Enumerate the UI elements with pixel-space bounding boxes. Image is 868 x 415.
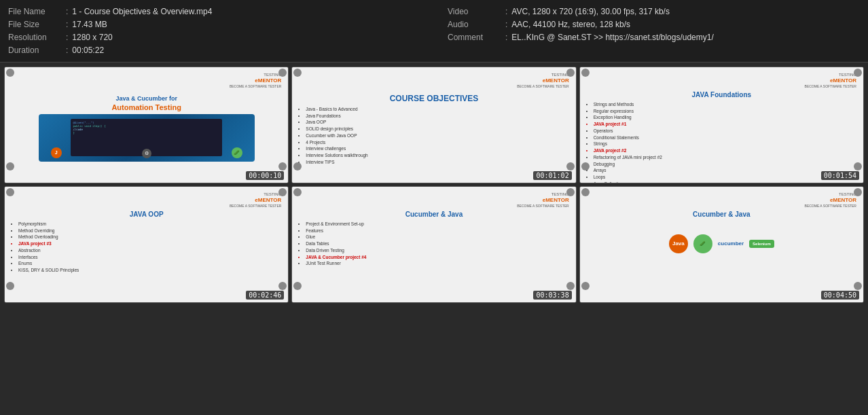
corner-decoration: [581, 188, 590, 196]
java-logo: Java: [669, 234, 688, 253]
thumbnail-4[interactable]: TESTING eMENTOR BECOME A SOFTWARE TESTER…: [4, 186, 289, 303]
slide-header: TESTING eMENTOR BECOME A SOFTWARE TESTER: [299, 192, 568, 208]
timestamp-1: 00:00:10: [246, 171, 284, 180]
thumbnails-row-1: TESTING eMENTOR BECOME A SOFTWARE TESTER…: [0, 65, 868, 185]
corner-decoration: [6, 188, 14, 196]
timestamp-6: 00:04:50: [821, 291, 859, 300]
thumbnail-6[interactable]: TESTING eMENTOR BECOME A SOFTWARE TESTER…: [579, 186, 864, 303]
corner-decoration: [581, 282, 590, 290]
cucumber-java-body: Project & Environment Set-up Features Gl…: [299, 221, 568, 267]
corner-decoration: [854, 69, 862, 77]
slide-header: TESTING eMENTOR BECOME A SOFTWARE TESTER: [12, 192, 281, 208]
selenium-logo: Selenium: [749, 240, 774, 248]
meta-duration: Duration : 00:05:22: [8, 44, 420, 56]
corner-decoration: [854, 188, 862, 196]
corner-decoration: [293, 162, 302, 170]
slide-header: TESTING eMENTOR BECOME A SOFTWARE TESTER: [299, 73, 568, 88]
slide-logo: TESTING eMENTOR BECOME A SOFTWARE TESTER: [805, 192, 856, 208]
corner-decoration: [6, 282, 14, 290]
slide-header: TESTING eMENTOR BECOME A SOFTWARE TESTER: [587, 192, 856, 208]
corner-decoration: [566, 282, 575, 290]
corner-decoration: [581, 69, 590, 77]
meta-comment: Comment : EL..KInG @ Sanet.ST >> https:/…: [448, 31, 860, 43]
java-foundations-body: Strings and Methods Regular expressions …: [587, 101, 856, 183]
corner-decoration: [854, 162, 862, 170]
slide-header: TESTING eMENTOR BECOME A SOFTWARE TESTER: [12, 73, 281, 88]
corner-decoration: [854, 282, 862, 290]
thumbnail-5[interactable]: TESTING eMENTOR BECOME A SOFTWARE TESTER…: [291, 186, 576, 303]
course-objectives-body: Java - Basics to Advanced Java Foundatio…: [299, 106, 568, 166]
java-foundations-title: JAVA Foundations: [587, 91, 856, 98]
cucumber-java-logos-title: Cucumber & Java: [587, 211, 856, 218]
slide1-screenshot: @Given("...") public void step() { //cod…: [39, 114, 255, 162]
meta-resolution: Resolution : 1280 x 720: [8, 31, 420, 43]
timestamp-4: 00:02:46: [246, 291, 284, 300]
metadata-panel: File Name : 1 - Course Objectives & Over…: [0, 0, 868, 62]
corner-decoration: [581, 162, 590, 170]
thumbnail-1[interactable]: TESTING eMENTOR BECOME A SOFTWARE TESTER…: [4, 67, 289, 183]
slide1-title-line2: Automation Testing: [12, 103, 281, 111]
corner-decoration: [278, 282, 287, 290]
meta-video: Video : AVC, 1280 x 720 (16:9), 30.00 fp…: [448, 5, 860, 18]
corner-decoration: [278, 69, 287, 77]
cucumber-java-title: Cucumber & Java: [299, 211, 568, 218]
corner-decoration: [6, 162, 14, 170]
slide-logo: TESTING eMENTOR BECOME A SOFTWARE TESTER: [517, 192, 568, 208]
corner-decoration: [278, 162, 287, 170]
thumbnails-section: TESTING eMENTOR BECOME A SOFTWARE TESTER…: [0, 62, 868, 307]
slide-logo: TESTING eMENTOR BECOME A SOFTWARE TESTER: [517, 73, 568, 88]
cucumber-logo: 🥒: [693, 234, 712, 253]
cucumber-icon: 🥒: [232, 147, 242, 158]
slide1-title-line1: Java & Cucumber for: [12, 95, 281, 102]
slide-logo: TESTING eMENTOR BECOME A SOFTWARE TESTER: [230, 73, 281, 88]
gear-icon: ⚙: [142, 149, 151, 158]
corner-decoration: [6, 69, 14, 77]
corner-decoration: [566, 69, 575, 77]
timestamp-2: 00:01:02: [533, 171, 571, 180]
course-objectives-title: COURSE OBJECTIVES: [299, 94, 568, 103]
logos-row: Java 🥒 cucumber Selenium: [587, 234, 856, 253]
meta-filesize: File Size : 17.43 MB: [8, 18, 420, 31]
corner-decoration: [278, 188, 287, 196]
java-icon: J: [51, 147, 62, 158]
thumbnails-row-2: TESTING eMENTOR BECOME A SOFTWARE TESTER…: [0, 185, 868, 304]
corner-decoration: [566, 162, 575, 170]
meta-filename: File Name : 1 - Course Objectives & Over…: [8, 5, 420, 18]
corner-decoration: [293, 282, 302, 290]
slide-logo: TESTING eMENTOR BECOME A SOFTWARE TESTER: [230, 192, 281, 208]
java-oop-body: Polymorphism Method Overriding Method Ov…: [12, 221, 281, 274]
meta-audio: Audio : AAC, 44100 Hz, stereo, 128 kb/s: [448, 18, 860, 31]
thumbnail-3[interactable]: TESTING eMENTOR BECOME A SOFTWARE TESTER…: [579, 67, 864, 183]
timestamp-5: 00:03:38: [533, 291, 571, 300]
java-oop-title: JAVA OOP: [12, 211, 281, 218]
cucumber-text: cucumber: [718, 240, 744, 247]
corner-decoration: [566, 188, 575, 196]
slide-header: TESTING eMENTOR BECOME A SOFTWARE TESTER: [587, 73, 856, 88]
timestamp-3: 00:01:54: [821, 171, 859, 180]
slide-logo: TESTING eMENTOR BECOME A SOFTWARE TESTER: [805, 73, 856, 88]
thumbnail-2[interactable]: TESTING eMENTOR BECOME A SOFTWARE TESTER…: [291, 67, 576, 183]
